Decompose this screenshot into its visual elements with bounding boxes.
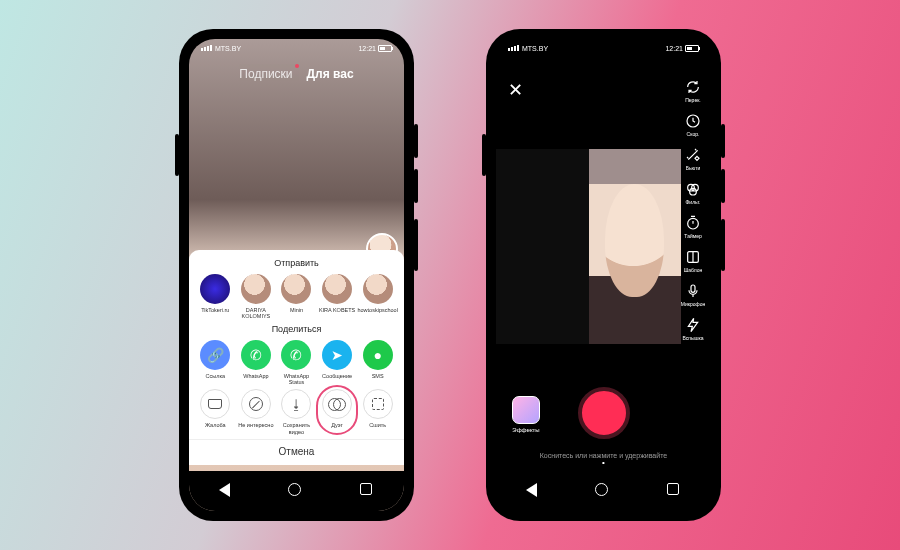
side-button — [414, 169, 418, 203]
nav-recent-icon[interactable] — [360, 483, 376, 499]
clock-label: 12:21 — [358, 45, 376, 52]
record-button[interactable] — [578, 387, 630, 439]
whatsapp-icon: ✆ — [281, 340, 311, 370]
signal-icon — [201, 45, 212, 51]
tab-for-you[interactable]: Для вас — [307, 67, 354, 81]
side-button — [721, 124, 725, 158]
share-link[interactable]: 🔗Ссылка — [196, 340, 234, 386]
battery-icon — [685, 45, 699, 52]
cancel-button[interactable]: Отмена — [189, 439, 404, 459]
chat-icon: ● — [363, 340, 393, 370]
send-friend[interactable]: DARIYA KOLOMIYS — [237, 274, 275, 320]
share-title: Поделиться — [189, 324, 404, 334]
android-nav-bar — [189, 471, 404, 511]
speed-icon — [685, 113, 701, 129]
whatsapp-icon: ✆ — [241, 340, 271, 370]
android-nav-bar — [496, 471, 711, 511]
send-friend[interactable]: howtoskipschool — [359, 274, 397, 320]
duet-source-pane — [589, 149, 682, 344]
nav-recent-icon[interactable] — [667, 483, 683, 499]
tool-timer[interactable]: Таймер — [679, 215, 707, 239]
flag-icon — [200, 389, 230, 419]
tool-flash[interactable]: Вспышка — [679, 317, 707, 341]
nav-home-icon[interactable] — [595, 483, 611, 499]
svg-point-2 — [692, 184, 699, 191]
share-sheet: Отправить TikTokeri.ru DARIYA KOLOMIYS M… — [189, 250, 404, 465]
status-bar: MTS.BY 12:21 — [189, 39, 404, 57]
nav-back-icon[interactable] — [217, 483, 233, 499]
side-button — [721, 169, 725, 203]
send-icon: ➤ — [322, 340, 352, 370]
filter-icon — [685, 181, 701, 197]
action-not-interested[interactable]: Не интересно — [237, 389, 275, 435]
nav-home-icon[interactable] — [288, 483, 304, 499]
phone-right: MTS.BY 12:21 ✕ Перек. Скор. Бьюти Фильт.… — [486, 29, 721, 521]
flash-icon — [685, 317, 701, 333]
nav-back-icon[interactable] — [524, 483, 540, 499]
template-icon — [685, 249, 701, 265]
carrier-label: MTS.BY — [215, 45, 241, 52]
side-button — [482, 134, 486, 176]
close-button[interactable]: ✕ — [508, 79, 523, 101]
phone-left: MTS.BY 12:21 Подписки Для вас Отправить … — [179, 29, 414, 521]
clock-label: 12:21 — [665, 45, 683, 52]
svg-point-3 — [690, 188, 697, 195]
tool-filters[interactable]: Фильт. — [679, 181, 707, 205]
action-duet[interactable]: Дуэт — [318, 389, 356, 435]
duet-icon — [322, 389, 352, 419]
battery-icon — [378, 45, 392, 52]
sparkle-icon — [685, 147, 701, 163]
tab-following[interactable]: Подписки — [239, 67, 292, 81]
svg-rect-6 — [691, 285, 695, 292]
tool-template[interactable]: Шаблон — [679, 249, 707, 273]
signal-icon — [508, 45, 519, 51]
action-save-video[interactable]: ⭳Сохранить видео — [277, 389, 315, 435]
send-friend[interactable]: KIRA KOBETS — [318, 274, 356, 320]
stitch-icon — [363, 389, 393, 419]
mode-indicator: • — [496, 458, 711, 467]
timer-icon — [685, 215, 701, 231]
duet-preview — [496, 149, 681, 344]
download-icon: ⭳ — [281, 389, 311, 419]
side-button — [721, 219, 725, 271]
share-whatsapp[interactable]: ✆WhatsApp — [237, 340, 275, 386]
link-icon: 🔗 — [200, 340, 230, 370]
camera-tools: Перек. Скор. Бьюти Фильт. Таймер Шаблон … — [679, 79, 707, 341]
share-message[interactable]: ➤Сообщение — [318, 340, 356, 386]
send-title: Отправить — [189, 258, 404, 268]
tool-speed[interactable]: Скор. — [679, 113, 707, 137]
action-stitch[interactable]: Сшить — [359, 389, 397, 435]
send-friend[interactable]: TikTokeri.ru — [196, 274, 234, 320]
feed-tabs: Подписки Для вас — [189, 67, 404, 81]
duet-self-pane — [496, 149, 589, 344]
tool-mic[interactable]: Микрофон — [679, 283, 707, 307]
mic-icon — [685, 283, 701, 299]
no-icon — [241, 389, 271, 419]
send-friend[interactable]: Minin — [277, 274, 315, 320]
tool-flip[interactable]: Перек. — [679, 79, 707, 103]
status-bar: MTS.BY 12:21 — [496, 39, 711, 57]
tool-beauty[interactable]: Бьюти — [679, 147, 707, 171]
side-button — [414, 219, 418, 271]
action-report[interactable]: Жалоба — [196, 389, 234, 435]
side-button — [175, 134, 179, 176]
side-button — [414, 124, 418, 158]
flip-icon — [685, 79, 701, 95]
share-sms[interactable]: ●SMS — [359, 340, 397, 386]
share-whatsapp-status[interactable]: ✆WhatsApp Status — [277, 340, 315, 386]
carrier-label: MTS.BY — [522, 45, 548, 52]
